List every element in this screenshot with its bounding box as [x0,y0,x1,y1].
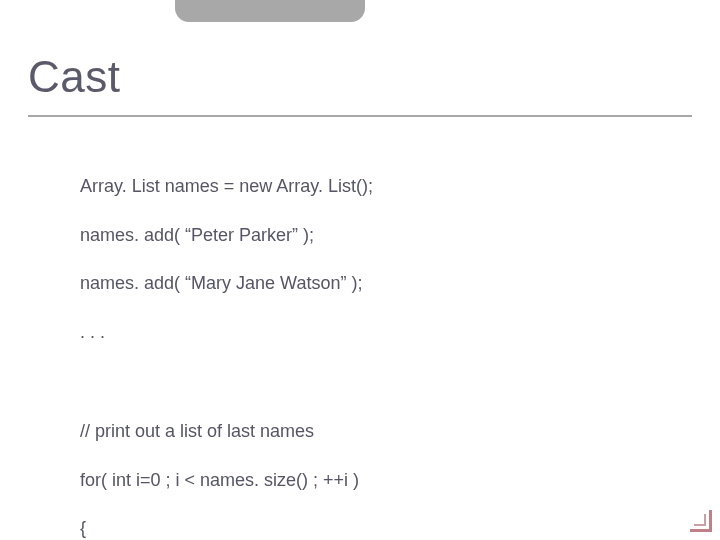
code-line: names. add( “Mary Jane Watson” ); [80,271,680,295]
corner-decoration-icon [690,510,712,532]
blank-line [80,369,680,395]
corner-inner-icon [694,514,706,526]
slide-body: Array. List names = new Array. List(); n… [80,150,680,540]
code-line: // print out a list of last names [80,419,680,443]
code-line: for( int i=0 ; i < names. size() ; ++i ) [80,468,680,492]
slide: Cast Array. List names = new Array. List… [0,0,720,540]
code-line: . . . [80,320,680,344]
code-line: { [80,516,680,540]
code-line: Array. List names = new Array. List(); [80,174,680,198]
top-accent-bar [175,0,365,22]
slide-title: Cast [28,52,120,102]
code-line: names. add( “Peter Parker” ); [80,223,680,247]
title-underline [28,115,692,117]
